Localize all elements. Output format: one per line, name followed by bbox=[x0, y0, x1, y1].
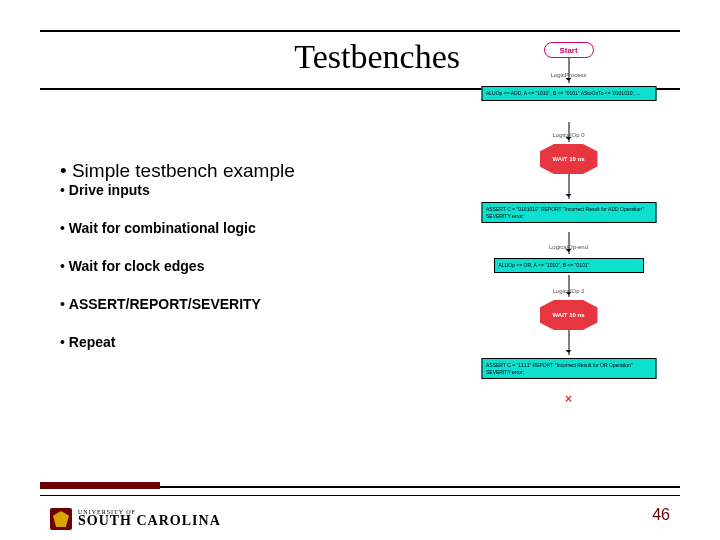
flow-edge-label: LogicalOp-end bbox=[549, 244, 588, 250]
sub-bullet-text: Drive inputs bbox=[69, 182, 150, 198]
sub-bullet: Drive inputs bbox=[60, 182, 460, 198]
sub-bullet-text: Repeat bbox=[69, 334, 116, 350]
sub-bullet-list: Drive inputs Wait for combinational logi… bbox=[60, 182, 460, 350]
flow-continue-icon: × bbox=[565, 392, 572, 406]
slide: Testbenches Simple testbench example Dri… bbox=[0, 0, 720, 540]
slide-title: Testbenches bbox=[0, 38, 460, 76]
flow-arrow bbox=[568, 330, 569, 355]
flow-process: ALUOp <= OR, A <= "1010", B <= "0101" bbox=[494, 258, 644, 273]
sub-bullet-text: Wait for combinational logic bbox=[69, 220, 256, 236]
sub-bullet: Wait for clock edges bbox=[60, 258, 460, 274]
page-number: 46 bbox=[652, 506, 670, 524]
sub-bullet-text: ASSERT/REPORT/SEVERITY bbox=[69, 296, 261, 312]
flow-start: Start bbox=[544, 42, 594, 58]
main-bullet-text: Simple testbench example bbox=[72, 160, 295, 181]
flow-process: ALUOp <= ADD, A <= "1010", B <= "0101" A… bbox=[481, 86, 656, 101]
flow-process: ASSERT C = "1111" REPORT "Incorrect Resu… bbox=[481, 358, 656, 379]
flow-arrow bbox=[568, 58, 569, 83]
crest-icon bbox=[50, 508, 72, 530]
sub-bullet: Repeat bbox=[60, 334, 460, 350]
flow-arrow bbox=[568, 232, 569, 254]
footer-rule-accent bbox=[40, 482, 160, 489]
flow-edge-label: LogicProcess bbox=[550, 72, 586, 78]
sub-bullet: Wait for combinational logic bbox=[60, 220, 460, 236]
flow-edge-label: LogicalOp 2 bbox=[552, 288, 584, 294]
main-bullet: Simple testbench example Drive inputs Wa… bbox=[60, 160, 460, 350]
body-text: Simple testbench example Drive inputs Wa… bbox=[60, 160, 460, 372]
flowchart: Start LogicProcess ALUOp <= ADD, A <= "1… bbox=[461, 40, 676, 480]
flow-wait: WAIT 10 ns bbox=[540, 144, 598, 174]
flow-arrow bbox=[568, 174, 569, 199]
flow-wait: WAIT 10 ns bbox=[540, 300, 598, 330]
top-rule bbox=[40, 30, 680, 32]
flow-process: ASSERT C = "0101010" REPORT "Incorrect R… bbox=[481, 202, 656, 223]
sub-bullet-text: Wait for clock edges bbox=[69, 258, 205, 274]
university-logo: UNIVERSITY OF SOUTH CAROLINA bbox=[50, 508, 221, 530]
flow-edge-label: LogicalOp 0 bbox=[552, 132, 584, 138]
sub-bullet: ASSERT/REPORT/SEVERITY bbox=[60, 296, 460, 312]
logo-text: UNIVERSITY OF SOUTH CAROLINA bbox=[78, 510, 221, 528]
logo-line2: SOUTH CAROLINA bbox=[78, 515, 221, 528]
